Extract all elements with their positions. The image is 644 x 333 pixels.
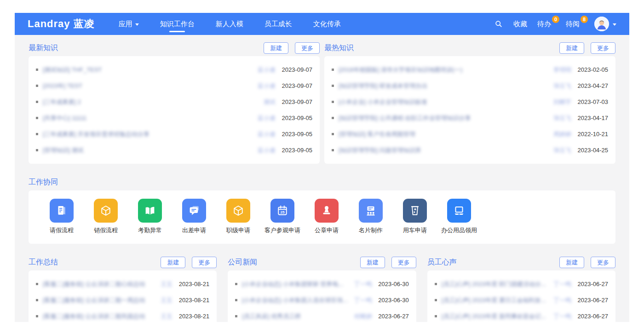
app-container: Landray 蓝凌 应用 知识工作台 新人入模 员工成长 文化传承	[15, 13, 629, 322]
nav-item-apps[interactable]: 应用	[119, 13, 139, 35]
item-author[interactable]: 李明明	[553, 66, 571, 74]
item-title[interactable]: [客服二]服务组] 公众演讲二期巩固总结	[43, 312, 154, 321]
app-tile-official-seal[interactable]: 公章申请	[305, 199, 349, 235]
item-author[interactable]: 测试	[264, 98, 276, 106]
item-title[interactable]: [客服二]服务组] 公众演讲二期一周总结	[43, 296, 154, 304]
list-item[interactable]: [共享中心] 11111 蓝小凌 2023-09-05	[36, 110, 312, 126]
item-title[interactable]: [管理知识] 测试	[43, 146, 251, 155]
new-button[interactable]: 新建	[264, 42, 288, 54]
item-author[interactable]: 蓝小凌	[258, 114, 276, 122]
list-item[interactable]: [三年成果展] 2 测试 2023-09-07	[36, 94, 312, 110]
item-title[interactable]: [知识管理学院] 问题管理知识库	[339, 146, 547, 155]
item-author[interactable]: 丁一鸣	[553, 296, 571, 304]
item-title[interactable]: [员工风采] 优秀员工榜	[242, 312, 348, 321]
list-item[interactable]: [员工风采] 优秀员工榜 何晓婷 2023-06-27	[235, 308, 409, 322]
app-tile-business-card[interactable]: 名片制作	[349, 199, 393, 235]
user-menu[interactable]	[594, 17, 616, 31]
item-title[interactable]: [测试知识] THF_TEST	[43, 66, 251, 74]
bullet-icon	[36, 117, 38, 119]
nav-item-newcomer[interactable]: 新人入模	[216, 13, 243, 35]
list-item[interactable]: [员工]心声] 2023年度 新同事欢迎会记... 丁一鸣 2023-06-27	[435, 308, 608, 322]
item-author[interactable]: 王五	[161, 312, 172, 321]
nav-item-culture[interactable]: 文化传承	[313, 13, 341, 35]
item-author[interactable]: 蓝小凌	[258, 82, 276, 90]
list-item[interactable]: [客服二]服务组] 公众演讲二期巩固总结 王五 2023-08-21	[36, 308, 209, 322]
item-author[interactable]: 刘晓宇	[553, 98, 571, 106]
app-tile-rank-request[interactable]: 职级申请	[216, 199, 260, 235]
item-author[interactable]: 张云飞	[553, 82, 571, 90]
app-tile-cancel-leave[interactable]: 销假流程	[84, 199, 128, 235]
hottest-knowledge-section: 最热知识 新建 更多 [2016年校园版] 清华大学项目知识地图培训(一) 李明…	[324, 40, 615, 164]
laptop-icon	[447, 199, 471, 223]
new-button[interactable]: 新建	[559, 42, 584, 54]
item-author[interactable]: 王五	[161, 280, 172, 288]
item-title[interactable]: [2023年] TEST	[43, 82, 251, 90]
list-item[interactable]: [客服二]服务组] 公众演讲二期一周总结 王五 2023-08-21	[36, 292, 209, 308]
item-title[interactable]: [共享中心] 11111	[43, 114, 251, 122]
item-author[interactable]: 丁一鸣	[553, 312, 571, 321]
item-title[interactable]: [管理知识] 客户生命周期管理	[339, 130, 547, 138]
item-author[interactable]: 丁一鸣	[354, 296, 372, 304]
item-author[interactable]: 何晓婷	[354, 312, 372, 321]
list-item[interactable]: [管理知识] 客户生命周期管理 周婷婷 2022-10-21	[332, 126, 608, 142]
more-button[interactable]: 更多	[295, 42, 320, 54]
app-tile-leave-request[interactable]: 请假流程	[40, 199, 84, 235]
search-icon[interactable]	[494, 19, 503, 29]
app-tile-business-trip[interactable]: 出差申请	[172, 199, 216, 235]
item-title[interactable]: [三年成果展] 2	[43, 98, 257, 106]
nav-item-employee-growth[interactable]: 员工成长	[264, 13, 292, 35]
todo-link[interactable]: 待办 0	[537, 20, 556, 29]
app-tile-vehicle-request[interactable]: 用车申请	[393, 199, 437, 235]
item-title[interactable]: [2016年校园版] 清华大学项目知识地图培训(一)	[339, 66, 547, 74]
list-item[interactable]: [测试知识] THF_TEST 蓝小凌 2023-09-07	[36, 62, 312, 78]
item-title[interactable]: [三年成果展] 开发项目需求经验总结分享	[43, 130, 251, 138]
item-title[interactable]: [员工]心声] 2023年度 部门团建活动分...	[442, 280, 547, 288]
item-title[interactable]: [小米企业动态] 小米集团入选全球百强...	[242, 296, 348, 304]
new-button[interactable]: 新建	[360, 257, 385, 268]
landray-logo[interactable]: Landray 蓝凌	[28, 17, 95, 31]
list-item[interactable]: [员工]心声] 2023年度 夏日工会福利发... 丁一鸣 2023-06-27	[435, 292, 608, 308]
list-item[interactable]: [知识管理学院] 研发成本管理办法 张云飞 2023-04-27	[332, 78, 608, 94]
new-button[interactable]: 新建	[559, 257, 584, 268]
top-navbar: Landray 蓝凌 应用 知识工作台 新人入模 员工成长 文化传承	[15, 13, 629, 35]
item-author[interactable]: 蓝小凌	[258, 130, 276, 138]
item-author[interactable]: 蓝小凌	[258, 146, 276, 155]
item-title[interactable]: [员工]心声] 2023年度 夏日工会福利发...	[442, 296, 547, 304]
list-item[interactable]: [小米企业] 小米企业管理知识标准 刘晓宇 2023-07-03	[332, 94, 608, 110]
new-button[interactable]: 新建	[161, 257, 185, 268]
nav-item-knowledge-workbench[interactable]: 知识工作台	[160, 13, 195, 35]
list-item[interactable]: [2023年] TEST 蓝小凌 2023-09-07	[36, 78, 312, 94]
item-author[interactable]: 张云飞	[553, 146, 571, 155]
list-item[interactable]: [客服二]服务组] 公众演讲二期心得总结 王五 2023-08-21	[36, 276, 209, 292]
more-button[interactable]: 更多	[192, 257, 217, 268]
item-author[interactable]: 张云飞	[553, 114, 571, 122]
list-item[interactable]: [知识管理学院] 问题管理知识库 张云飞 2023-04-25	[332, 142, 608, 158]
favorites-link[interactable]: 收藏	[513, 20, 527, 29]
bullet-icon	[332, 117, 334, 119]
item-author[interactable]: 周婷婷	[553, 130, 571, 138]
list-item[interactable]: [2016年校园版] 清华大学项目知识地图培训(一) 李明明 2023-02-0…	[332, 62, 608, 78]
item-title[interactable]: [知识管理学院] 研发成本管理办法	[339, 82, 547, 90]
item-author[interactable]: 蓝小凌	[258, 66, 276, 74]
app-tile-customer-visit[interactable]: 25 客户参观申请	[260, 199, 305, 235]
toread-link[interactable]: 待阅 8	[566, 20, 584, 29]
more-button[interactable]: 更多	[591, 257, 615, 268]
list-item[interactable]: [三年成果展] 开发项目需求经验总结分享 蓝小凌 2023-09-05	[36, 126, 312, 142]
item-author[interactable]: 丁一鸣	[354, 280, 372, 288]
item-title[interactable]: [员工]心声] 2023年度 新同事欢迎会记...	[442, 312, 547, 321]
list-item[interactable]: [知识管理学院] 公共课程:在职工作业管理知识分享 张云飞 2023-04-17	[332, 110, 608, 126]
item-author[interactable]: 丁一鸣	[553, 280, 571, 288]
item-title[interactable]: [客服二]服务组] 公众演讲二期心得总结	[43, 280, 154, 288]
item-author[interactable]: 王五	[161, 296, 172, 304]
list-item[interactable]: [小米企业动态] 小米集团入选全球百强... 丁一鸣 2023-06-30	[235, 292, 409, 308]
app-tile-attendance[interactable]: 考勤异常	[128, 199, 172, 235]
item-title[interactable]: [小米企业] 小米企业管理知识标准	[339, 98, 547, 106]
item-title[interactable]: [小米企业动态] 小米集团荣获 世界电...	[242, 280, 348, 288]
list-item[interactable]: [员工]心声] 2023年度 部门团建活动分... 丁一鸣 2023-06-27	[435, 276, 608, 292]
item-title[interactable]: [知识管理学院] 公共课程:在职工作业管理知识分享	[339, 114, 547, 122]
more-button[interactable]: 更多	[391, 257, 416, 268]
app-tile-office-supplies[interactable]: 办公用品领用	[437, 199, 481, 235]
more-button[interactable]: 更多	[591, 42, 615, 54]
list-item[interactable]: [管理知识] 测试 蓝小凌 2023-09-05	[36, 142, 312, 158]
list-item[interactable]: [小米企业动态] 小米集团荣获 世界电... 丁一鸣 2023-06-30	[235, 276, 409, 292]
